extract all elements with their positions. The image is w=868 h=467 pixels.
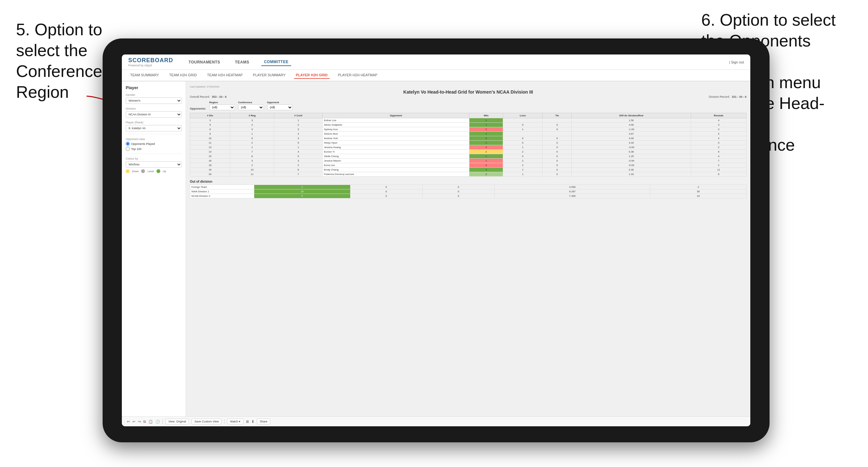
sub-nav-team-summary[interactable]: TEAM SUMMARY bbox=[128, 72, 161, 79]
cell-loss: 0 bbox=[503, 123, 542, 127]
radio-top-100[interactable]: Top 100 bbox=[126, 147, 182, 151]
cell-diff: 1.25 bbox=[572, 154, 691, 159]
division-select[interactable]: NCAA Division III bbox=[126, 111, 182, 118]
sub-nav-player-h2h-grid[interactable]: PLAYER H2H GRID bbox=[294, 72, 330, 79]
cell-reg: 10 bbox=[230, 168, 274, 172]
cell-conf: 1 bbox=[274, 145, 322, 150]
cell-out-tie: 0 bbox=[422, 185, 494, 189]
cell-opponent: Stella Cheng bbox=[322, 154, 469, 159]
cell-reg: 6 bbox=[230, 136, 274, 141]
out-of-division-row: NCAA Division 2 5 0 0 7.400 10 bbox=[190, 194, 746, 198]
download-icon[interactable]: ⬇ bbox=[251, 419, 254, 424]
cell-win: 1 bbox=[469, 141, 503, 145]
panel-player-title: Player bbox=[126, 85, 182, 90]
cell-div: 9 bbox=[190, 132, 230, 136]
cell-opponent: Federica Domecq Lacroze bbox=[322, 172, 469, 177]
undo-icon[interactable]: ↩ bbox=[127, 419, 130, 424]
sub-nav-player-h2h-heatmap[interactable]: PLAYER H2H HEATMAP bbox=[336, 72, 379, 79]
filter-opponent-select[interactable]: (All) bbox=[267, 104, 293, 110]
watch-button[interactable]: Watch ▾ bbox=[227, 418, 243, 424]
cell-rounds: 9 bbox=[691, 150, 746, 154]
cell-out-name: Foreign Team bbox=[190, 185, 254, 189]
logo-sub: Powered by clippd bbox=[128, 64, 173, 67]
cell-opponent: Esther Lee bbox=[322, 118, 469, 123]
cell-reg: 3 bbox=[230, 118, 274, 123]
cell-loss: 2 bbox=[503, 150, 542, 154]
filter-opponent-label: Opponent bbox=[267, 101, 293, 104]
cell-tie bbox=[542, 132, 572, 136]
cell-tie: 0 bbox=[542, 154, 572, 159]
gender-select[interactable]: Women's bbox=[126, 97, 182, 104]
cell-div: 19 bbox=[190, 168, 230, 172]
cell-loss: 1 bbox=[503, 172, 542, 177]
cell-out-loss: 0 bbox=[350, 194, 422, 198]
view-original-button[interactable]: View: Original bbox=[165, 418, 189, 424]
save-custom-button[interactable]: Save Custom View bbox=[191, 418, 222, 424]
sub-nav-team-h2h-heatmap[interactable]: TEAM H2H HEATMAP bbox=[205, 72, 245, 79]
cell-out-loss: 0 bbox=[350, 185, 422, 189]
cell-win: 2 bbox=[469, 150, 503, 154]
cell-tie: 0 bbox=[542, 145, 572, 150]
filter-region-select[interactable]: (All) bbox=[209, 104, 235, 110]
th-loss: Loss bbox=[503, 113, 542, 118]
panel-opponent-view-label: Opponent view bbox=[126, 137, 182, 141]
table-row: 19 10 6 Emily Chang 4 1 0 0.30 11 bbox=[190, 168, 746, 172]
nav-teams[interactable]: TEAMS bbox=[232, 59, 252, 66]
dot-level-label: Level bbox=[148, 170, 154, 173]
nav-bar: SCOREBOARD Powered by clippd TOURNAMENTS… bbox=[122, 55, 750, 70]
paste-icon[interactable]: 📋 bbox=[149, 419, 153, 424]
copy-icon[interactable]: ⧉ bbox=[143, 419, 146, 424]
nav-tournaments[interactable]: TOURNAMENTS bbox=[186, 59, 223, 66]
cell-win: 1 bbox=[469, 123, 503, 127]
cell-win: 1 bbox=[469, 132, 503, 136]
cell-out-rounds: 10 bbox=[650, 194, 746, 198]
cell-win: 0 bbox=[469, 163, 503, 168]
sub-nav-player-summary[interactable]: PLAYER SUMMARY bbox=[251, 72, 288, 79]
th-win: Win bbox=[469, 113, 503, 118]
table-row: 14 7 4 Eunice Yi 2 2 0 0.38 9 bbox=[190, 150, 746, 154]
out-of-division-table: Foreign Team 1 0 0 4.500 2 NAIA Division… bbox=[190, 185, 746, 198]
player-rank-select[interactable]: 8. Katelyn Vo bbox=[126, 125, 182, 131]
cell-reg: 2 bbox=[230, 141, 274, 145]
dot-level bbox=[141, 169, 145, 173]
sub-nav-team-h2h-grid[interactable]: TEAM H2H GRID bbox=[167, 72, 199, 79]
share-button[interactable]: Share bbox=[257, 418, 270, 424]
dot-down bbox=[126, 169, 129, 173]
logo-text: SCOREBOARD bbox=[128, 57, 173, 64]
cell-loss: 1 bbox=[503, 127, 542, 132]
clock-icon[interactable]: 🕐 bbox=[156, 419, 160, 424]
cell-rounds: 3 bbox=[691, 141, 746, 145]
cell-conf: 5 bbox=[274, 141, 322, 145]
cell-rounds: 4 bbox=[691, 154, 746, 159]
nav-sign-out[interactable]: | Sign out bbox=[729, 60, 744, 64]
cell-conf: 7 bbox=[274, 172, 322, 177]
records-row: Overall Record: 353 - 34 - 6 Division Re… bbox=[190, 95, 746, 98]
redo-icon[interactable]: ↪ bbox=[138, 419, 141, 424]
cell-rounds: 7 bbox=[691, 159, 746, 163]
last-updated: Last Updated: 27/03/2024 bbox=[190, 85, 746, 88]
cell-conf: 4 bbox=[274, 150, 322, 154]
panel-gender-label: Gender bbox=[126, 93, 182, 96]
grid-icon[interactable]: ⊞ bbox=[246, 419, 249, 424]
annotation-right-line1: 6. Option to select bbox=[701, 10, 836, 29]
th-tie: Tie bbox=[542, 113, 572, 118]
nav-committee[interactable]: COMMITTEE bbox=[261, 58, 291, 66]
cell-diff: -3.00 bbox=[572, 145, 691, 150]
cell-div: 18 bbox=[190, 163, 230, 168]
out-of-division-row: Foreign Team 1 0 0 4.500 2 bbox=[190, 185, 746, 189]
cell-out-win: 15 bbox=[254, 189, 350, 194]
cell-win: 2 bbox=[469, 136, 503, 141]
dot-down-label: Down bbox=[132, 170, 138, 173]
table-row: 11 2 5 Heejo Hyun 1 0 0 3.33 3 bbox=[190, 141, 746, 145]
cell-tie: 0 bbox=[542, 123, 572, 127]
colour-dots: Down Level Up bbox=[126, 169, 182, 173]
cell-out-tie: 0 bbox=[422, 189, 494, 194]
radio-opponents-played[interactable]: Opponents Played bbox=[126, 142, 182, 146]
filter-conference-select[interactable]: (All) bbox=[238, 104, 264, 110]
undo2-icon[interactable]: ↩ bbox=[132, 419, 135, 424]
left-panel: Player Gender Women's Division NCAA Divi… bbox=[122, 82, 186, 416]
cell-conf: 6 bbox=[274, 168, 322, 172]
cell-loss: 0 bbox=[503, 141, 542, 145]
cell-win: 0 bbox=[469, 127, 503, 132]
colour-by-select[interactable]: Win/loss bbox=[126, 161, 182, 168]
